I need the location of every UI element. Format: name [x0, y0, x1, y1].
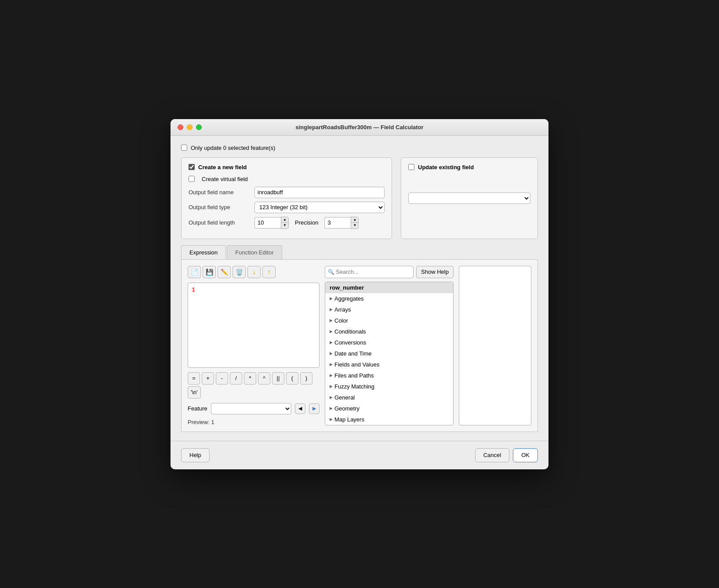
editor-area: 📄 💾 ✏️ 🗑️ ↓ ↑ 1 = + - / * ^ || [181, 260, 538, 432]
code-editor[interactable]: 1 [188, 283, 320, 368]
search-row: 🔍 Show Help [325, 266, 454, 278]
window-title: singlepartRoadsBuffer300m — Field Calcul… [295, 124, 423, 131]
maximize-button[interactable] [196, 124, 202, 130]
line-number: 1 [192, 287, 195, 293]
only-update-checkbox[interactable] [181, 145, 187, 151]
function-list-header[interactable]: row_number [325, 282, 453, 293]
edit-btn[interactable]: ✏️ [218, 266, 231, 278]
list-item-label: Aggregates [334, 295, 364, 302]
bottom-bar: Help Cancel OK [171, 441, 548, 469]
op-divide[interactable]: / [230, 372, 242, 385]
op-caret[interactable]: ^ [258, 372, 270, 385]
precision-spinner: ▲ ▼ [324, 217, 359, 229]
chevron-icon: ▶ [330, 329, 333, 334]
output-type-select[interactable]: 123 Integer (32 bit) [254, 202, 385, 213]
list-item-label: Arrays [334, 306, 351, 313]
tab-expression[interactable]: Expression [181, 245, 226, 259]
output-type-label: Output field type [189, 204, 254, 211]
list-item-date-time[interactable]: ▶ Date and Time [325, 348, 453, 359]
tabs: Expression Function Editor [181, 245, 538, 260]
titlebar: singlepartRoadsBuffer300m — Field Calcul… [171, 119, 548, 136]
create-field-checkbox[interactable] [189, 164, 195, 170]
precision-input[interactable] [324, 217, 351, 229]
precision-down-btn[interactable]: ▼ [351, 223, 358, 229]
list-item-general[interactable]: ▶ General [325, 392, 453, 403]
nav-next-btn[interactable]: ▶ [309, 403, 320, 414]
preview-row: Preview: 1 [188, 419, 320, 425]
op-close-paren[interactable]: ) [300, 372, 312, 385]
virtual-field-checkbox[interactable] [189, 176, 195, 182]
ok-button[interactable]: OK [513, 448, 538, 462]
tab-function-editor[interactable]: Function Editor [227, 245, 282, 259]
save-btn[interactable]: 💾 [203, 266, 216, 278]
list-item-label: Color [334, 317, 348, 324]
list-item-arrays[interactable]: ▶ Arrays [325, 304, 453, 315]
update-field-select[interactable] [408, 192, 530, 204]
chevron-icon: ▶ [330, 351, 333, 356]
list-item-aggregates[interactable]: ▶ Aggregates [325, 293, 453, 304]
chevron-icon: ▶ [330, 406, 333, 410]
list-item-label: Conditionals [334, 328, 366, 335]
show-help-button[interactable]: Show Help [416, 266, 454, 278]
op-minus[interactable]: - [216, 372, 228, 385]
create-section: Create a new field Create virtual field … [181, 157, 392, 239]
list-item-label: Fields and Values [334, 361, 379, 368]
list-item-fields-values[interactable]: ▶ Fields and Values [325, 359, 453, 370]
nav-prev-btn[interactable]: ◀ [295, 403, 305, 414]
list-item-map-layers[interactable]: ▶ Map Layers [325, 414, 453, 425]
operator-buttons: = + - / * ^ || ( ) '\n' [188, 372, 320, 399]
list-item-files-paths[interactable]: ▶ Files and Paths [325, 370, 453, 381]
list-item-fuzzy[interactable]: ▶ Fuzzy Matching [325, 381, 453, 392]
traffic-lights [178, 124, 202, 130]
chevron-icon: ▶ [330, 362, 333, 367]
feature-label: Feature [188, 405, 207, 412]
export-btn[interactable]: ↑ [262, 266, 276, 278]
op-newline[interactable]: '\n' [188, 386, 201, 399]
op-plus[interactable]: + [202, 372, 214, 385]
import-btn[interactable]: ↓ [247, 266, 261, 278]
chevron-icon: ▶ [330, 296, 333, 301]
chevron-icon: ▶ [330, 373, 333, 377]
precision-spinner-buttons: ▲ ▼ [351, 217, 359, 229]
field-calculator-window: singlepartRoadsBuffer300m — Field Calcul… [171, 119, 548, 469]
update-field-checkbox[interactable] [408, 164, 414, 170]
op-equals[interactable]: = [188, 372, 200, 385]
help-button[interactable]: Help [181, 448, 210, 462]
length-precision-row: ▲ ▼ Precision ▲ ▼ [254, 217, 359, 229]
create-field-label: Create a new field [198, 164, 247, 171]
output-name-row: Output field name [189, 187, 385, 198]
middle-panel: 🔍 Show Help row_number ▶ Aggregates ▶ [325, 266, 454, 425]
close-button[interactable] [178, 124, 183, 130]
precision-up-btn[interactable]: ▲ [351, 217, 358, 223]
minimize-button[interactable] [187, 124, 192, 130]
op-or[interactable]: || [272, 372, 284, 385]
cancel-button[interactable]: Cancel [475, 448, 509, 462]
op-open-paren[interactable]: ( [286, 372, 298, 385]
length-spinner-buttons: ▲ ▼ [281, 217, 289, 229]
bottom-left: Help [181, 448, 210, 462]
chevron-icon: ▶ [330, 384, 333, 388]
virtual-field-row: Create virtual field [189, 176, 385, 182]
preview-label: Preview: [188, 419, 210, 425]
length-down-btn[interactable]: ▼ [281, 223, 288, 229]
help-panel [459, 266, 531, 425]
length-input[interactable] [254, 217, 281, 229]
search-input[interactable] [325, 266, 414, 278]
list-item-geometry[interactable]: ▶ Geometry [325, 403, 453, 414]
op-multiply[interactable]: * [244, 372, 256, 385]
feature-select[interactable] [211, 403, 291, 414]
list-item-conditionals[interactable]: ▶ Conditionals [325, 326, 453, 337]
search-wrapper: 🔍 [325, 266, 414, 278]
length-spinner: ▲ ▼ [254, 217, 289, 229]
toolbar: 📄 💾 ✏️ 🗑️ ↓ ↑ [188, 266, 320, 278]
length-up-btn[interactable]: ▲ [281, 217, 288, 223]
list-item-color[interactable]: ▶ Color [325, 315, 453, 326]
new-btn[interactable]: 📄 [188, 266, 201, 278]
output-name-input[interactable] [254, 187, 385, 198]
delete-btn[interactable]: 🗑️ [232, 266, 246, 278]
list-item-conversions[interactable]: ▶ Conversions [325, 337, 453, 348]
top-checkboxes: Only update 0 selected feature(s) [181, 145, 538, 151]
list-item-label: Fuzzy Matching [334, 383, 374, 390]
create-section-header: Create a new field [189, 164, 385, 171]
output-length-row: Output field length ▲ ▼ Precision [189, 217, 385, 229]
